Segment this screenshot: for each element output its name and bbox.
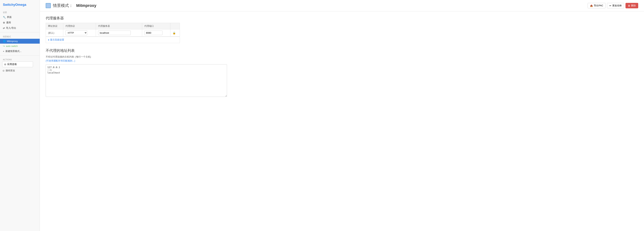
col-port: 代理端口	[142, 23, 170, 29]
sidebar-item-import-export[interactable]: ⇄ 导入/导出	[0, 25, 40, 31]
profile-color-icon	[46, 3, 51, 8]
rename-label: 更改名称	[612, 4, 622, 7]
proxy-section-title: 代理服务器	[46, 16, 638, 21]
bypass-note[interactable]: (可使用通配符等匹配规则...)	[46, 59, 638, 62]
port-cell	[142, 29, 170, 36]
profiles-section-label: 情景模式	[0, 34, 40, 39]
topbar-actions: 📤 导出PAC ✏ 更改名称 🗑 删除	[588, 3, 638, 8]
url-scheme-default: (默认)	[46, 29, 63, 36]
apply-options-button[interactable]: ⊙ 应用选项	[2, 61, 33, 67]
protocol-cell: HTTP HTTPS SOCKS4 SOCKS5 直接连接	[63, 29, 96, 36]
col-protocol: 代理协议	[63, 23, 96, 29]
proxy-protocol-select[interactable]: HTTP HTTPS SOCKS4 SOCKS5 直接连接	[66, 30, 87, 35]
advanced-toggle[interactable]: ▾ 显示高级设置	[46, 36, 180, 43]
rename-icon: ✏	[609, 4, 611, 7]
revert-changes-item[interactable]: ⊙ 撤销更改	[2, 68, 38, 73]
lock-cell: 🔒	[170, 29, 180, 36]
advanced-row: ▾ 显示高级设置	[46, 36, 180, 43]
page-title: 情景模式： Mitmproxy	[53, 3, 96, 8]
proxy-row-default: (默认) HTTP HTTPS SOCKS4 SOCKS5 直接连接	[46, 29, 180, 36]
sidebar-item-mitmproxy[interactable]: 🌐 Mitmproxy	[0, 39, 40, 44]
content-area: 代理服务器 网址协议 代理协议 代理服务器 代理端口 (默认) HTTP	[40, 11, 644, 102]
wrench-icon: 🔧	[3, 16, 6, 19]
export-pac-label: 导出PAC	[594, 4, 603, 7]
sidebar-item-mitmproxy-label: Mitmproxy	[7, 40, 18, 42]
proxy-server-input[interactable]	[98, 31, 131, 35]
sidebar-item-new-profile[interactable]: + 新建情景模式...	[0, 48, 40, 54]
delete-label: 删除	[631, 4, 636, 7]
proxy-port-input[interactable]	[144, 31, 162, 35]
main-content: 情景模式： Mitmproxy 📤 导出PAC ✏ 更改名称 🗑 删除 代理服务…	[40, 0, 644, 231]
revert-icon: ⊙	[2, 69, 4, 72]
title-prefix: 情景模式：	[53, 3, 73, 8]
server-cell	[96, 29, 142, 36]
sidebar-item-interface-label: 界面	[7, 15, 12, 19]
export-pac-icon: 📤	[590, 4, 593, 7]
settings-section-label: 设置	[0, 9, 40, 14]
topbar-left: 情景模式： Mitmproxy	[46, 3, 96, 8]
sidebar-item-auto-switch-label: auto switch	[6, 45, 18, 47]
apply-icon: ⊙	[4, 63, 6, 66]
topbar: 情景模式： Mitmproxy 📤 导出PAC ✏ 更改名称 🗑 删除	[40, 0, 644, 11]
sidebar-item-import-export-label: 导入/导出	[6, 26, 16, 30]
delete-button[interactable]: 🗑 删除	[626, 3, 638, 8]
profile-name: Mitmproxy	[76, 3, 96, 8]
globe-icon: 🌐	[3, 40, 6, 42]
proxy-table: 网址协议 代理协议 代理服务器 代理端口 (默认) HTTP HTTPS SOC…	[46, 23, 180, 43]
plus-icon: +	[3, 50, 4, 53]
lock-icon[interactable]: 🔒	[172, 31, 176, 34]
delete-icon: 🗑	[628, 4, 630, 7]
sidebar-item-general[interactable]: ⚙ 通用	[0, 20, 40, 25]
rename-button[interactable]: ✏ 更改名称	[607, 3, 624, 8]
apply-options-label: 应用选项	[7, 63, 17, 66]
col-server: 代理服务器	[96, 23, 142, 29]
auto-switch-icon: ↪	[3, 45, 5, 47]
export-pac-button[interactable]: 📤 导出PAC	[588, 3, 606, 8]
revert-changes-label: 撤销更改	[6, 69, 15, 72]
import-export-icon: ⇄	[3, 27, 5, 29]
sidebar-divider-2	[0, 55, 40, 56]
sidebar-item-general-label: 通用	[6, 21, 11, 24]
bypass-section-title: 不代理的地址列表	[46, 48, 638, 53]
gear-icon: ⚙	[3, 21, 5, 24]
chevron-down-icon: ▾	[48, 38, 49, 41]
actions-section-label: ACTIONS	[0, 57, 40, 61]
sidebar-divider	[0, 32, 40, 32]
app-logo[interactable]: SwitchyOmega	[0, 3, 40, 9]
bypass-textarea[interactable]: 127.0.0.1 ::1 localhost	[46, 64, 227, 97]
advanced-toggle-label: 显示高级设置	[50, 38, 64, 41]
col-actions	[170, 23, 180, 29]
sidebar-item-interface[interactable]: 🔧 界面	[0, 14, 40, 20]
bypass-description: 不经过代理连接的主机列表: (每行一个主机)	[46, 55, 638, 58]
bypass-section: 不代理的地址列表 不经过代理连接的主机列表: (每行一个主机) (可使用通配符等…	[46, 48, 638, 97]
sidebar: SwitchyOmega 设置 🔧 界面 ⚙ 通用 ⇄ 导入/导出 情景模式 🌐…	[0, 0, 40, 231]
sidebar-item-auto-switch[interactable]: ↪ auto switch	[0, 44, 40, 48]
sidebar-item-new-profile-label: 新建情景模式...	[6, 50, 22, 53]
col-url-scheme: 网址协议	[46, 23, 63, 29]
